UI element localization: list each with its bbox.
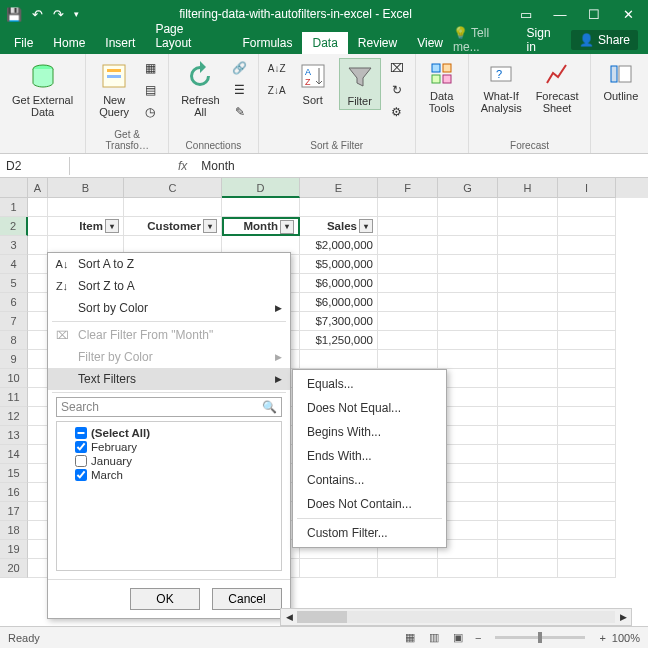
row-header[interactable]: 2	[0, 217, 28, 236]
cell[interactable]: $6,000,000	[300, 293, 378, 312]
filter-dropdown-icon[interactable]: ▾	[359, 219, 373, 233]
row-header[interactable]: 19	[0, 540, 28, 559]
cell[interactable]	[438, 388, 498, 407]
column-header[interactable]: G	[438, 178, 498, 198]
tab-page-layout[interactable]: Page Layout	[145, 18, 232, 54]
cell[interactable]	[378, 293, 438, 312]
cell[interactable]	[28, 559, 48, 578]
cell[interactable]	[558, 445, 616, 464]
cell[interactable]	[558, 312, 616, 331]
row-header[interactable]: 9	[0, 350, 28, 369]
row-header[interactable]: 15	[0, 464, 28, 483]
ribbon-options-icon[interactable]: ▭	[512, 4, 540, 24]
submenu-item[interactable]: Does Not Equal...	[293, 396, 446, 420]
zoom-out-icon[interactable]: −	[469, 632, 487, 644]
cell[interactable]	[498, 255, 558, 274]
sort-za-item[interactable]: Z↓Sort Z to A	[48, 275, 290, 297]
cell[interactable]	[438, 293, 498, 312]
page-layout-view-icon[interactable]: ▥	[423, 630, 445, 646]
cell[interactable]	[28, 350, 48, 369]
cell[interactable]	[378, 312, 438, 331]
save-icon[interactable]: 💾	[6, 7, 22, 22]
cell[interactable]	[28, 540, 48, 559]
horizontal-scrollbar[interactable]: ◀▶	[280, 608, 632, 626]
cell[interactable]	[498, 331, 558, 350]
reapply-icon[interactable]: ↻	[387, 80, 407, 100]
cell[interactable]	[28, 483, 48, 502]
cell[interactable]	[498, 388, 558, 407]
cell[interactable]	[378, 198, 438, 217]
column-header[interactable]: F	[378, 178, 438, 198]
row-header[interactable]: 20	[0, 559, 28, 578]
cell[interactable]: Month▾	[222, 217, 300, 236]
cell[interactable]	[498, 445, 558, 464]
filter-dropdown-icon[interactable]: ▾	[105, 219, 119, 233]
recent-sources-icon[interactable]: ◷	[140, 102, 160, 122]
cell[interactable]	[498, 559, 558, 578]
cell[interactable]	[28, 312, 48, 331]
cell[interactable]	[438, 236, 498, 255]
row-header[interactable]: 11	[0, 388, 28, 407]
cell[interactable]	[124, 198, 222, 217]
minimize-icon[interactable]: —	[546, 4, 574, 24]
from-table-icon[interactable]: ▤	[140, 80, 160, 100]
show-queries-icon[interactable]: ▦	[140, 58, 160, 78]
undo-icon[interactable]: ↶	[32, 7, 43, 22]
connections-icon[interactable]: 🔗	[230, 58, 250, 78]
cell[interactable]	[438, 217, 498, 236]
filter-checkbox-item[interactable]: February	[61, 440, 277, 454]
row-header[interactable]: 6	[0, 293, 28, 312]
tab-home[interactable]: Home	[43, 32, 95, 54]
cell[interactable]: $2,000,000	[300, 236, 378, 255]
get-external-data-button[interactable]: Get External Data	[8, 58, 77, 120]
cell[interactable]	[438, 559, 498, 578]
cell[interactable]	[28, 331, 48, 350]
new-query-button[interactable]: New Query	[94, 58, 134, 120]
cell[interactable]: $1,250,000	[300, 331, 378, 350]
filter-button[interactable]: Filter	[339, 58, 381, 110]
cell[interactable]	[558, 350, 616, 369]
cell[interactable]	[378, 217, 438, 236]
maximize-icon[interactable]: ☐	[580, 4, 608, 24]
cell[interactable]	[438, 540, 498, 559]
ok-button[interactable]: OK	[130, 588, 200, 610]
cell[interactable]	[28, 274, 48, 293]
cell[interactable]	[438, 502, 498, 521]
cell[interactable]	[378, 350, 438, 369]
select-all-corner[interactable]	[0, 178, 28, 198]
cell[interactable]	[378, 274, 438, 293]
cell[interactable]	[28, 369, 48, 388]
filter-dropdown-icon[interactable]: ▾	[203, 219, 217, 233]
filter-dropdown-icon[interactable]: ▾	[280, 220, 294, 234]
cancel-button[interactable]: Cancel	[212, 588, 282, 610]
cell[interactable]	[498, 483, 558, 502]
cell[interactable]	[378, 331, 438, 350]
cell[interactable]	[558, 559, 616, 578]
tab-file[interactable]: File	[4, 32, 43, 54]
share-button[interactable]: 👤 Share	[571, 30, 638, 50]
cell[interactable]	[498, 274, 558, 293]
cell[interactable]	[438, 426, 498, 445]
cell[interactable]	[378, 236, 438, 255]
column-header[interactable]: D	[222, 178, 300, 198]
formula-bar[interactable]: Month	[195, 157, 648, 175]
tab-review[interactable]: Review	[348, 32, 407, 54]
cell[interactable]	[498, 369, 558, 388]
cell[interactable]	[438, 255, 498, 274]
cell[interactable]	[438, 483, 498, 502]
cell[interactable]	[378, 559, 438, 578]
cell[interactable]	[28, 502, 48, 521]
cell[interactable]: Customer▾	[124, 217, 222, 236]
cell[interactable]: $7,300,000	[300, 312, 378, 331]
advanced-filter-icon[interactable]: ⚙	[387, 102, 407, 122]
cell[interactable]	[558, 540, 616, 559]
submenu-item[interactable]: Equals...	[293, 372, 446, 396]
cell[interactable]	[558, 274, 616, 293]
properties-icon[interactable]: ☰	[230, 80, 250, 100]
sort-az-item[interactable]: A↓Sort A to Z	[48, 253, 290, 275]
column-header[interactable]: E	[300, 178, 378, 198]
name-box[interactable]: D2	[0, 157, 70, 175]
cell[interactable]	[498, 464, 558, 483]
fx-icon[interactable]: fx	[170, 159, 195, 173]
cell[interactable]	[558, 331, 616, 350]
